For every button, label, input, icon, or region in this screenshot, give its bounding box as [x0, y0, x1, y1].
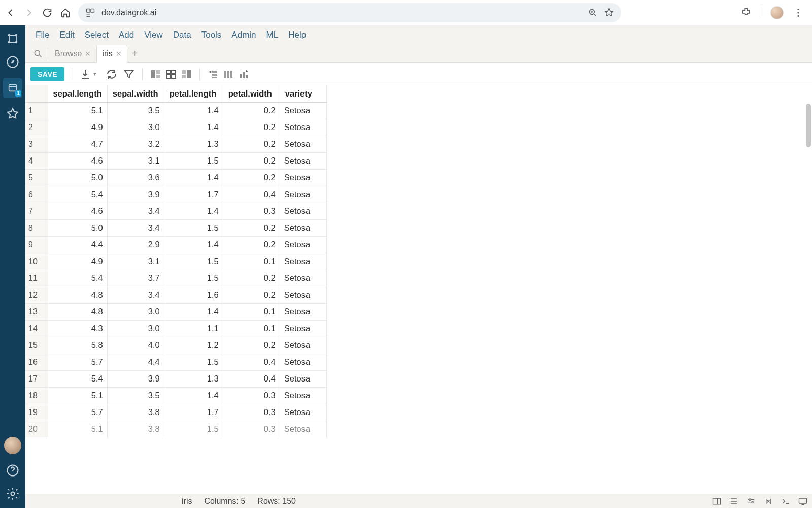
- sliders-icon[interactable]: [746, 496, 756, 506]
- cell[interactable]: 0.2: [223, 287, 280, 303]
- cell[interactable]: 3.7: [107, 270, 164, 287]
- table-row[interactable]: 55.03.61.40.2Setosa: [25, 169, 326, 186]
- table-row[interactable]: 175.43.91.30.4Setosa: [25, 370, 326, 387]
- star-icon[interactable]: [6, 107, 20, 121]
- table-row[interactable]: 185.13.51.40.3Setosa: [25, 387, 326, 404]
- table-row[interactable]: 85.03.41.50.2Setosa: [25, 219, 326, 236]
- cell[interactable]: Setosa: [280, 236, 326, 253]
- table-row[interactable]: 34.73.21.30.2Setosa: [25, 136, 326, 152]
- browser-reload-button[interactable]: [42, 7, 53, 18]
- cell[interactable]: 5.1: [48, 387, 107, 404]
- row-number[interactable]: 19: [25, 404, 48, 421]
- layout-right-icon[interactable]: [180, 68, 192, 80]
- panels-icon[interactable]: [712, 496, 722, 506]
- table-row[interactable]: 104.93.11.50.1Setosa: [25, 253, 326, 270]
- cell[interactable]: 3.4: [107, 287, 164, 303]
- cell[interactable]: 0.1: [223, 253, 280, 270]
- cell[interactable]: 1.5: [164, 152, 223, 169]
- cell[interactable]: 1.5: [164, 219, 223, 236]
- address-bar[interactable]: dev.datagrok.ai: [78, 3, 621, 22]
- data-grid[interactable]: sepal.length sepal.width petal.length pe…: [25, 85, 812, 494]
- cell[interactable]: 3.6: [107, 169, 164, 186]
- tab-iris[interactable]: iris ✕: [96, 45, 127, 63]
- menu-data[interactable]: Data: [168, 27, 196, 43]
- menu-file[interactable]: File: [30, 27, 54, 43]
- cell[interactable]: Setosa: [280, 337, 326, 354]
- table-row[interactable]: 65.43.91.70.4Setosa: [25, 186, 326, 203]
- browser-back-button[interactable]: [5, 7, 16, 18]
- cell[interactable]: Setosa: [280, 421, 326, 437]
- cell[interactable]: 5.1: [48, 421, 107, 437]
- download-caret[interactable]: ▾: [93, 71, 96, 77]
- table-row[interactable]: 205.13.81.50.3Setosa: [25, 421, 326, 437]
- cell[interactable]: 5.0: [48, 219, 107, 236]
- row-number[interactable]: 6: [25, 186, 48, 203]
- cell[interactable]: 1.3: [164, 370, 223, 387]
- cell[interactable]: Setosa: [280, 169, 326, 186]
- cell[interactable]: 0.2: [223, 219, 280, 236]
- settings-gear-icon[interactable]: [6, 487, 20, 501]
- save-button[interactable]: SAVE: [30, 67, 64, 81]
- new-tab-button[interactable]: +: [127, 45, 143, 62]
- cell[interactable]: 3.5: [107, 387, 164, 404]
- cell[interactable]: 5.0: [48, 169, 107, 186]
- console-icon[interactable]: [781, 496, 791, 506]
- table-row[interactable]: 134.83.01.40.1Setosa: [25, 303, 326, 320]
- cell[interactable]: 0.2: [223, 136, 280, 152]
- refresh-icon[interactable]: [106, 68, 118, 80]
- menu-select[interactable]: Select: [80, 27, 114, 43]
- cell[interactable]: 0.2: [223, 337, 280, 354]
- download-icon[interactable]: [79, 68, 91, 80]
- row-number[interactable]: 14: [25, 320, 48, 337]
- cell[interactable]: 1.7: [164, 186, 223, 203]
- cell[interactable]: 0.3: [223, 404, 280, 421]
- cell[interactable]: 4.0: [107, 337, 164, 354]
- row-number[interactable]: 16: [25, 354, 48, 370]
- cell[interactable]: 0.3: [223, 387, 280, 404]
- table-row[interactable]: 24.93.01.40.2Setosa: [25, 119, 326, 136]
- cell[interactable]: Setosa: [280, 102, 326, 119]
- cell[interactable]: 3.8: [107, 404, 164, 421]
- column-header[interactable]: petal.width: [223, 85, 280, 102]
- variables-icon[interactable]: [763, 496, 773, 506]
- user-avatar[interactable]: [4, 437, 21, 454]
- menu-admin[interactable]: Admin: [226, 27, 261, 43]
- cell[interactable]: 1.5: [164, 270, 223, 287]
- cell[interactable]: 3.0: [107, 303, 164, 320]
- cell[interactable]: 0.2: [223, 236, 280, 253]
- cell[interactable]: 0.3: [223, 203, 280, 219]
- cell[interactable]: 0.2: [223, 270, 280, 287]
- cell[interactable]: 3.2: [107, 136, 164, 152]
- cell[interactable]: 4.4: [48, 236, 107, 253]
- present-icon[interactable]: [798, 496, 808, 506]
- row-number[interactable]: 12: [25, 287, 48, 303]
- table-row[interactable]: 124.83.41.60.2Setosa: [25, 287, 326, 303]
- extensions-icon[interactable]: [740, 7, 752, 18]
- cell[interactable]: 0.4: [223, 186, 280, 203]
- table-row[interactable]: 155.84.01.20.2Setosa: [25, 337, 326, 354]
- column-header[interactable]: sepal.length: [48, 85, 107, 102]
- cell[interactable]: 5.7: [48, 354, 107, 370]
- cell[interactable]: 5.4: [48, 270, 107, 287]
- row-number[interactable]: 7: [25, 203, 48, 219]
- cell[interactable]: 4.7: [48, 136, 107, 152]
- site-settings-icon[interactable]: [85, 8, 95, 18]
- cell[interactable]: 1.4: [164, 203, 223, 219]
- table-row[interactable]: 195.73.81.70.3Setosa: [25, 404, 326, 421]
- row-number[interactable]: 17: [25, 370, 48, 387]
- column-header[interactable]: variety: [280, 85, 326, 102]
- cell[interactable]: 1.4: [164, 236, 223, 253]
- vertical-scrollbar[interactable]: [806, 104, 811, 147]
- cell[interactable]: 1.4: [164, 303, 223, 320]
- cell[interactable]: 1.4: [164, 119, 223, 136]
- menu-help[interactable]: Help: [283, 27, 311, 43]
- cell[interactable]: Setosa: [280, 303, 326, 320]
- cell[interactable]: 4.6: [48, 203, 107, 219]
- close-icon[interactable]: ✕: [85, 50, 91, 58]
- cell[interactable]: 1.4: [164, 387, 223, 404]
- cell[interactable]: 1.5: [164, 253, 223, 270]
- cell[interactable]: 5.1: [48, 102, 107, 119]
- table-row[interactable]: 44.63.11.50.2Setosa: [25, 152, 326, 169]
- filter-icon[interactable]: [123, 68, 135, 80]
- cell[interactable]: 4.3: [48, 320, 107, 337]
